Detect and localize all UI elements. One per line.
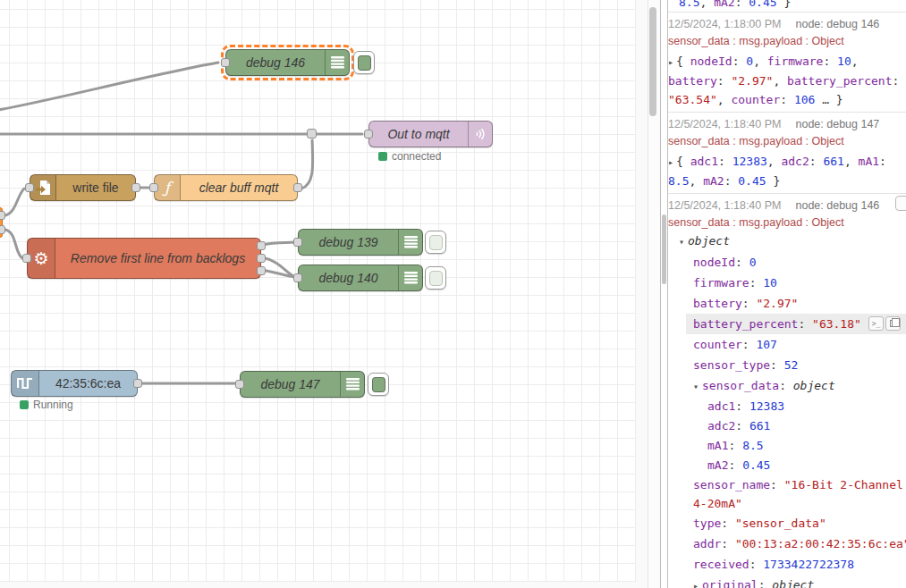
- message-menu-button[interactable]: [895, 196, 906, 211]
- input-port[interactable]: [364, 130, 373, 139]
- payload-segment: battery_percent: [787, 74, 892, 88]
- payload-segment: ,: [844, 155, 859, 168]
- payload-segment: "63.54": [668, 93, 717, 106]
- tree-key: adc1: [707, 399, 735, 413]
- output-port-3[interactable]: [257, 266, 266, 275]
- caret-right-icon[interactable]: ▸: [693, 581, 699, 588]
- terminal-icon[interactable]: >_: [868, 316, 884, 331]
- caret-down-icon[interactable]: ▾: [693, 382, 699, 391]
- tree-value: "63.18": [812, 317, 861, 331]
- node-write-file[interactable]: write file: [30, 174, 136, 201]
- expand-caret-icon[interactable]: ▸: [668, 57, 673, 67]
- message-timestamp: 12/5/2024, 1:18:00 PM: [668, 18, 781, 30]
- copy-icon[interactable]: [885, 316, 901, 331]
- debug-toggle[interactable]: [368, 373, 389, 396]
- tree-colon: :: [742, 297, 757, 310]
- node-xbee-42-35-6c-ea[interactable]: 42:35:6c:ea: [11, 370, 138, 397]
- input-port[interactable]: [293, 238, 302, 247]
- node-label: debug 146: [226, 50, 325, 75]
- tree-row[interactable]: battery_percent: "63.18">_: [686, 314, 906, 334]
- debug-toggle[interactable]: [425, 266, 446, 290]
- node-debug-146[interactable]: debug 146: [225, 49, 350, 76]
- tree-colon: :: [770, 358, 784, 372]
- message-meta: 12/5/2024, 1:18:40 PMnode: debug 147: [668, 118, 906, 131]
- tree-key: sensor_name: [693, 478, 770, 491]
- message-timestamp: 12/5/2024, 1:18:40 PM: [668, 118, 781, 130]
- debug-message: 12/5/2024, 1:18:00 PMnode: debug 146 sen…: [668, 13, 906, 112]
- input-port[interactable]: [25, 183, 34, 192]
- output-port-2[interactable]: [257, 254, 266, 263]
- tree-value: 10: [763, 276, 777, 290]
- payload-segment: mA1: [859, 155, 879, 168]
- wire[interactable]: [301, 140, 313, 189]
- node-out-to-mqtt[interactable]: Out to mqtt: [368, 121, 493, 147]
- tree-key: original: [702, 578, 758, 588]
- node-label: clear buff mqtt: [181, 175, 297, 200]
- tree-key: received: [693, 558, 749, 571]
- output-port[interactable]: [133, 379, 142, 388]
- tree-value: 1733422722378: [763, 558, 854, 571]
- wire[interactable]: [5, 230, 22, 258]
- wire-junction[interactable]: [307, 129, 317, 139]
- message-node: node: debug 146: [795, 199, 879, 212]
- tree-value: "2.97": [756, 297, 798, 310]
- node-debug-140[interactable]: debug 140: [298, 265, 423, 291]
- output-port[interactable]: [0, 225, 5, 234]
- input-port[interactable]: [149, 183, 158, 192]
- output-port[interactable]: [293, 183, 302, 192]
- wire[interactable]: [5, 189, 24, 215]
- payload-segment: :: [718, 155, 732, 168]
- node-debug-147[interactable]: debug 147: [240, 371, 365, 398]
- node-label: debug 140: [299, 265, 398, 290]
- tree-value: 8.5: [742, 439, 763, 452]
- tree-key: type: [693, 517, 721, 530]
- output-port[interactable]: [131, 183, 140, 192]
- input-port[interactable]: [293, 273, 302, 282]
- payload-segment: 106: [794, 93, 815, 106]
- debug-toggle[interactable]: [425, 231, 446, 254]
- output-port-1[interactable]: [257, 241, 266, 250]
- gear-icon: ⚙: [28, 239, 55, 278]
- debug-toggle-state: [429, 235, 443, 250]
- input-port[interactable]: [235, 380, 244, 389]
- caret-down-icon[interactable]: ▾: [679, 237, 684, 247]
- payload-segment: :: [879, 155, 886, 168]
- wire[interactable]: [0, 63, 218, 110]
- message-path: sensor_data : msg.payload : Object: [668, 136, 906, 147]
- square-wave-icon: [12, 371, 39, 396]
- payload-line: "63.54", counter: 106 … }: [668, 90, 906, 109]
- sidebar-divider[interactable]: [660, 0, 661, 588]
- debug-toggle[interactable]: [353, 51, 375, 74]
- payload-segment: :: [735, 0, 749, 9]
- tree-key: nodeId: [693, 256, 735, 269]
- tree-row: type: "sensor_data": [668, 513, 906, 533]
- payload-line: battery: "2.97", battery_percent:: [668, 71, 906, 90]
- wire[interactable]: [262, 242, 295, 245]
- node-label: debug 147: [241, 372, 340, 397]
- sidebar-scrollbar-thumb[interactable]: [662, 214, 666, 284]
- output-port[interactable]: [0, 211, 5, 220]
- tree-key: addr: [693, 537, 721, 550]
- tree-colon: :: [779, 379, 793, 392]
- debug-toggle-state: [429, 271, 443, 286]
- input-port[interactable]: [22, 254, 31, 263]
- tree-row: sensor_name: "16-Bit 2-Channel 4-20mA": [668, 475, 906, 513]
- message-payload[interactable]: ▸{ adc1: 12383, adc2: 661, mA1:8.5, mA2:…: [668, 152, 906, 190]
- node-label: write file: [56, 175, 135, 200]
- message-payload[interactable]: ▸{ nodeId: 0, firmware: 10,battery: "2.9…: [668, 52, 906, 109]
- expand-caret-icon[interactable]: ▸: [668, 157, 673, 167]
- debug-list-icon: [340, 372, 364, 397]
- tree-colon: :: [728, 458, 742, 472]
- canvas-scrollbar-thumb[interactable]: [649, 7, 656, 116]
- node-debug-139[interactable]: debug 139: [298, 229, 423, 256]
- node-remove-first-line[interactable]: ⚙ Remove first line from backlogs: [27, 238, 261, 279]
- payload-segment: … }: [815, 93, 842, 106]
- input-port[interactable]: [221, 58, 230, 67]
- debug-toggle-state: [358, 55, 371, 71]
- payload-segment: 12383: [732, 155, 767, 168]
- payload-segment: ,: [753, 55, 767, 68]
- flow-canvas[interactable]: debug 146 Out to mqtt: [0, 0, 648, 588]
- tree-value: 0: [749, 256, 757, 269]
- message-node: node: debug 147: [795, 118, 879, 130]
- node-clear-buff-mqtt[interactable]: ƒ clear buff mqtt: [154, 174, 298, 201]
